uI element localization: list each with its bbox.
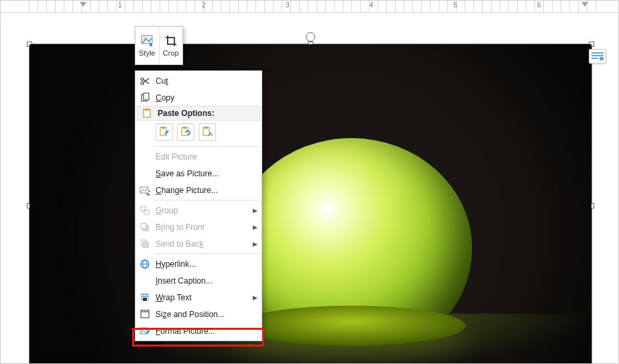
submenu-arrow-icon: ▶	[251, 241, 258, 247]
style-button-label: Style	[139, 49, 155, 57]
picture-style-icon	[140, 34, 154, 48]
submenu-arrow-icon: ▶	[251, 224, 258, 231]
svg-rect-24	[141, 223, 146, 229]
svg-marker-6	[150, 43, 152, 46]
selected-picture-frame[interactable]	[29, 44, 592, 364]
ruler-number: 5	[453, 1, 457, 9]
menu-insert-caption-label: Insert Caption...	[156, 276, 258, 286]
menu-format-picture-label: Format Picture...	[156, 326, 258, 336]
change-picture-icon	[138, 184, 152, 196]
layout-options-icon	[591, 51, 604, 62]
ruler-number: 4	[370, 1, 374, 9]
submenu-arrow-icon: ▶	[251, 207, 258, 214]
menu-group: Group ▶	[135, 202, 262, 219]
svg-rect-1	[592, 55, 604, 56]
ruler-number: 1	[118, 1, 122, 9]
svg-rect-16	[183, 127, 186, 129]
svg-rect-26	[143, 242, 148, 247]
style-button[interactable]: Style	[135, 27, 159, 64]
ruler-number: 6	[537, 1, 541, 9]
group-icon	[138, 204, 152, 217]
ruler-number: 3	[286, 1, 290, 9]
rotation-handle-icon[interactable]	[306, 32, 315, 42]
menu-group-label: Group	[156, 206, 251, 215]
menu-size-and-position-label: Size and Position...	[156, 310, 258, 319]
picture-mini-toolbar: Style Crop	[135, 26, 183, 65]
menu-edit-picture: Edit Picture	[135, 148, 262, 165]
menu-copy-label: Copy	[156, 93, 258, 103]
wrap-text-icon	[138, 292, 152, 304]
menu-send-to-back-label: Send to Back	[156, 239, 251, 249]
clipboard-icon	[140, 107, 154, 119]
svg-rect-2	[592, 58, 598, 59]
menu-save-as-picture-label: Save as Picture...	[156, 169, 258, 178]
menu-size-and-position[interactable]: Size and Position...	[135, 306, 262, 322]
document-page: Style Crop Cut Copy	[1, 13, 618, 363]
menu-hyperlink-label: Hyperlink...	[156, 259, 258, 269]
svg-rect-18	[205, 127, 208, 129]
menu-wrap-text-label: Wrap Text	[156, 293, 251, 302]
crop-icon	[164, 34, 178, 48]
scissors-icon	[138, 75, 152, 87]
bring-to-front-icon	[138, 221, 152, 233]
submenu-arrow-icon: ▶	[251, 294, 258, 301]
svg-rect-0	[592, 52, 604, 54]
crop-button[interactable]: Crop	[160, 27, 183, 64]
svg-rect-21	[141, 206, 146, 211]
ruler-number: 2	[202, 1, 206, 9]
svg-rect-10	[144, 93, 149, 100]
menu-insert-caption[interactable]: Insert Caption...	[135, 272, 262, 289]
menu-edit-picture-label: Edit Picture	[156, 152, 258, 162]
svg-point-7	[141, 82, 144, 84]
menu-bring-to-front: Bring to Front ▶	[135, 219, 262, 235]
paste-keep-source-button[interactable]	[156, 123, 173, 141]
hyperlink-icon	[138, 258, 152, 270]
svg-text:A: A	[209, 131, 213, 137]
indent-marker-right[interactable]	[581, 2, 588, 7]
paste-text-only-button[interactable]: A	[199, 123, 216, 141]
menu-save-as-picture[interactable]: Save as Picture...	[135, 165, 262, 182]
clipboard-refresh-icon	[180, 126, 192, 138]
paste-merge-button[interactable]	[177, 123, 194, 141]
clipboard-paintbrush-icon	[158, 126, 170, 138]
svg-rect-3	[600, 57, 604, 60]
menu-cut[interactable]: Cut	[135, 72, 262, 89]
menu-change-picture-label: Change Picture...	[156, 186, 258, 195]
paste-options-row: A	[135, 121, 262, 145]
copy-icon	[138, 92, 152, 104]
menu-paste-options-label: Paste Options:	[158, 109, 256, 118]
svg-point-8	[141, 78, 144, 80]
send-to-back-icon	[138, 238, 152, 250]
menu-hyperlink[interactable]: Hyperlink...	[135, 255, 262, 272]
svg-rect-14	[162, 127, 165, 129]
menu-copy[interactable]: Copy	[135, 89, 262, 106]
menu-bring-to-front-label: Bring to Front	[156, 223, 251, 232]
svg-rect-22	[144, 210, 149, 215]
menu-format-picture[interactable]: Format Picture...	[135, 322, 262, 339]
menu-cut-label: Cut	[156, 76, 258, 86]
size-position-icon	[138, 308, 152, 320]
menu-paste-options-header: Paste Options:	[137, 106, 260, 121]
format-picture-icon	[138, 325, 152, 337]
picture-context-menu: Cut Copy Paste Options: A	[135, 70, 262, 341]
crop-button-label: Crop	[163, 49, 179, 57]
horizontal-ruler: 1 2 3 4 5 6	[1, 1, 618, 13]
svg-rect-32	[143, 298, 147, 301]
menu-wrap-text[interactable]: Wrap Text ▶	[135, 289, 262, 306]
svg-rect-12	[145, 109, 149, 111]
svg-rect-35	[141, 312, 149, 318]
picture-content	[30, 44, 592, 364]
layout-options-button[interactable]	[589, 49, 606, 64]
clipboard-letter-a-icon: A	[201, 126, 213, 138]
indent-marker-left[interactable]	[80, 2, 87, 7]
menu-change-picture[interactable]: Change Picture...	[135, 182, 262, 198]
menu-send-to-back: Send to Back ▶	[135, 235, 262, 252]
